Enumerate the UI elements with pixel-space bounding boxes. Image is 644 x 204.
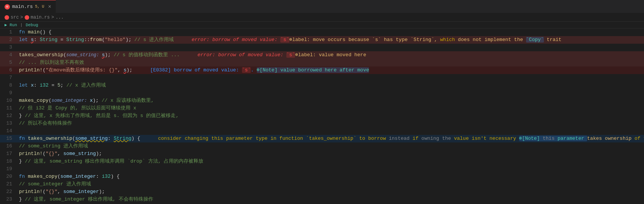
line-content-9 — [16, 89, 644, 97]
line-num-18: 18 — [0, 158, 16, 165]
line-content-2: let s: String = String::from("hello"); /… — [16, 36, 644, 44]
line-num-20: 20 — [0, 173, 16, 180]
line-content-8: let x: i32 = 5; // x 进入作用域 — [16, 82, 644, 89]
line-num-3: 3 — [0, 44, 16, 51]
line-2: 2 let s: String = String::from("hello");… — [0, 36, 644, 44]
line-content-12: } // 这里, x 先移出了作用域, 然后是 s. 但因为 s 的值已被移走, — [16, 112, 644, 120]
line-content-7 — [16, 74, 644, 82]
line-content-19 — [16, 165, 644, 173]
line-18: 18 } // 这里, some_string 移出作用域并调用 `drop` … — [0, 158, 644, 165]
line-14: 14 — [0, 127, 644, 135]
line-22: 22 println!("{}", some_integer); — [0, 188, 644, 196]
line-content-16: // some_string 进入作用域 — [16, 142, 644, 150]
breadcrumb-file: main.rs — [31, 15, 50, 20]
line-content-18: } // 这里, some_string 移出作用域并调用 `drop` 方法,… — [16, 158, 644, 165]
run-debug-bar: ▶ Run | Debug — [0, 22, 644, 28]
breadcrumb-sep2: > — [51, 15, 54, 20]
tab-main-rs[interactable]: ⚙ main.rs 5, U × — [0, 0, 56, 13]
line-num-22: 22 — [0, 188, 16, 196]
line-num-5: 5 — [0, 59, 16, 66]
line-num-14: 14 — [0, 127, 16, 135]
line-21: 21 // some_integer 进入作用域 — [0, 180, 644, 188]
line-content-13: // 所以不会有特殊操作 — [16, 120, 644, 127]
breadcrumb-ellipsis: ... — [55, 15, 64, 20]
line-6: 6 println!("在move函数后继续使用s: {}", s); [E03… — [0, 66, 644, 74]
line-8: 8 let x: i32 = 5; // x 进入作用域 — [0, 82, 644, 89]
line-content-22: println!("{}", some_integer); — [16, 188, 644, 196]
line-content-21: // some_integer 进入作用域 — [16, 180, 644, 188]
line-1: 1 fn main() { — [0, 28, 644, 36]
line-num-10: 10 — [0, 97, 16, 104]
breadcrumb-sep1: > — [20, 15, 23, 20]
line-9: 9 — [0, 89, 644, 97]
line-content-23: } // 这里, some_integer 移出作用域, 不会有特殊操作 — [16, 196, 644, 203]
run-debug-separator: | — [20, 23, 23, 27]
line-num-7: 7 — [0, 74, 16, 82]
line-19: 19 — [0, 165, 644, 173]
line-num-6: 6 — [0, 66, 16, 74]
line-15: 15 fn takes_ownership(some_string: Strin… — [0, 135, 644, 142]
tab-close-button[interactable]: × — [48, 4, 51, 10]
debug-button[interactable]: Debug — [26, 23, 38, 27]
line-content-15: fn takes_ownership(some_string: String) … — [16, 135, 644, 142]
line-num-23: 23 — [0, 196, 16, 203]
line-num-11: 11 — [0, 104, 16, 112]
editor-window: ⚙ main.rs 5, U × src > main.rs > ... ▶ R… — [0, 0, 644, 204]
line-12: 12 } // 这里, x 先移出了作用域, 然后是 s. 但因为 s 的值已被… — [0, 112, 644, 120]
line-num-13: 13 — [0, 120, 16, 127]
line-20: 20 fn makes_copy(some_integer: i32) { — [0, 173, 644, 180]
line-num-16: 16 — [0, 142, 16, 150]
line-content-3 — [16, 44, 644, 51]
line-num-2: 2 — [0, 36, 16, 44]
rust-file-icon: ⚙ — [5, 4, 10, 9]
line-num-1: 1 — [0, 28, 16, 36]
breadcrumb-src: src — [11, 15, 19, 20]
src-folder-icon — [5, 15, 9, 20]
breadcrumb: src > main.rs > ... — [0, 13, 644, 22]
line-content-1: fn main() { — [16, 28, 644, 36]
line-num-21: 21 — [0, 180, 16, 188]
line-content-17: println!("{}", some_string); — [16, 150, 644, 158]
tab-modified-indicator: 5, U — [35, 5, 44, 9]
line-content-6: println!("在move函数后继续使用s: {}", s); [E0382… — [16, 66, 644, 74]
line-7: 7 — [0, 74, 644, 82]
line-13: 13 // 所以不会有特殊操作 — [0, 120, 644, 127]
line-num-12: 12 — [0, 112, 16, 120]
run-button[interactable]: ▶ Run — [5, 22, 17, 27]
line-5: 5 // ... 所以到这里不再有效 — [0, 59, 644, 66]
line-content-14 — [16, 127, 644, 135]
line-num-19: 19 — [0, 165, 16, 173]
line-23: 23 } // 这里, some_integer 移出作用域, 不会有特殊操作 — [0, 196, 644, 203]
line-content-5: // ... 所以到这里不再有效 — [16, 59, 644, 66]
line-content-20: fn makes_copy(some_integer: i32) { — [16, 173, 644, 180]
line-10: 10 makes_copy(some_integer: x); // x 应该移… — [0, 97, 644, 104]
code-editor[interactable]: 1 fn main() { 2 let s: String = String::… — [0, 28, 644, 204]
line-content-11: // 但 i32 是 Copy 的, 所以以后面可继续使用 x — [16, 104, 644, 112]
tab-bar: ⚙ main.rs 5, U × — [0, 0, 644, 13]
line-content-4: takes_ownership(some_string: s); // s 的值… — [16, 51, 644, 59]
line-num-17: 17 — [0, 150, 16, 158]
line-content-10: makes_copy(some_integer: x); // x 应该移动函数… — [16, 97, 644, 104]
line-num-15: 15 — [0, 135, 16, 142]
line-num-9: 9 — [0, 89, 16, 97]
line-num-4: 4 — [0, 51, 16, 59]
line-16: 16 // some_string 进入作用域 — [0, 142, 644, 150]
tab-filename: main.rs — [12, 4, 33, 9]
line-3: 3 — [0, 44, 644, 51]
line-17: 17 println!("{}", some_string); — [0, 150, 644, 158]
line-11: 11 // 但 i32 是 Copy 的, 所以以后面可继续使用 x — [0, 104, 644, 112]
line-num-8: 8 — [0, 82, 16, 89]
line-4: 4 takes_ownership(some_string: s); // s … — [0, 51, 644, 59]
file-icon — [25, 15, 29, 20]
